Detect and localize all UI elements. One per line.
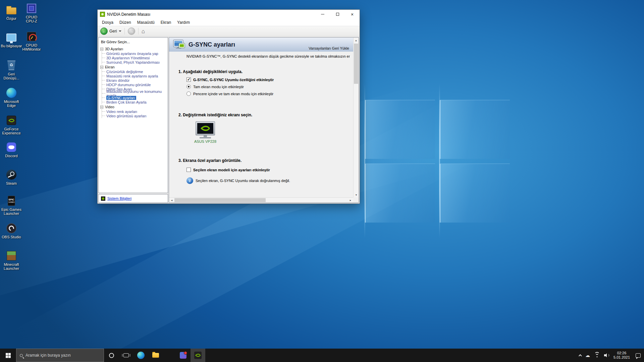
desktop-icon-this-pc[interactable]: Bu bilgisayar xyxy=(1,32,22,48)
tree-item-hdcp-status[interactable]: HDCP durumunu görüntüle xyxy=(102,82,166,87)
tree-group-video[interactable]: Video xyxy=(100,105,166,109)
tree-item-label[interactable]: Video görüntüsü ayarları xyxy=(106,114,147,118)
taskbar-edge-button[interactable] xyxy=(133,349,148,362)
restore-defaults-button[interactable]: Varsayılanları Geri Yükle xyxy=(309,46,349,50)
tree-item-label[interactable]: Birden Çok Ekran Ayarla xyxy=(106,100,147,104)
tree-item-label[interactable]: HDCP durumunu görüntüle xyxy=(106,83,151,87)
tree-item-gsync-settings[interactable]: G-SYNC ayarları xyxy=(102,96,166,100)
toolbar-separator xyxy=(124,28,125,35)
taskbar-clock[interactable]: 02:26 5.01.2021 xyxy=(613,351,630,360)
horizontal-scrollbar[interactable]: ◄ ► xyxy=(169,197,353,202)
taskbar-pinned-app-button[interactable] xyxy=(176,349,191,362)
forward-button[interactable]: → xyxy=(128,27,135,35)
desktop-icon-geforce-experience[interactable]: GeForce Experience xyxy=(1,115,22,135)
tree-group-display[interactable]: Ekran xyxy=(100,65,166,69)
tree-item-label-selected[interactable]: G-SYNC ayarları xyxy=(106,96,136,100)
taskbar-search[interactable] xyxy=(16,349,104,362)
tree-group-label[interactable]: Video xyxy=(105,105,114,109)
vertical-scrollbar[interactable]: ▲ ▼ xyxy=(353,38,359,197)
collapse-icon[interactable] xyxy=(100,48,103,51)
tree-item-label[interactable]: Video renk ayarları xyxy=(106,110,137,114)
desktop-icon-epic-games[interactable]: Epic Games Launcher xyxy=(1,195,22,216)
scroll-up-arrow[interactable]: ▲ xyxy=(354,38,359,43)
hidden-icons-chevron-icon[interactable] xyxy=(579,354,582,357)
desktop-icon-user-folder[interactable]: Özgur xyxy=(1,4,22,20)
display-selector[interactable]: ASUS VP228 xyxy=(193,121,217,143)
desktop-icon-edge[interactable]: Microsoft Edge xyxy=(1,87,22,108)
desktop-icon-minecraft[interactable]: Minecraft Launcher xyxy=(1,250,22,270)
fullscreen-mode-label[interactable]: Tam ekran modu için etkinleştir xyxy=(193,85,244,89)
system-info-link[interactable]: Sistem Bilgileri xyxy=(107,196,131,200)
tree-item-manage-3d-settings[interactable]: 3D Ayarlarının Yönetilmesi xyxy=(102,56,166,60)
tree-item-rotate-display[interactable]: Ekranı döndür xyxy=(102,78,166,82)
tree-item-video-color[interactable]: Video renk ayarları xyxy=(102,109,166,114)
volume-icon[interactable] xyxy=(604,353,609,357)
fullscreen-mode-radio[interactable] xyxy=(186,84,191,89)
cortana-button[interactable] xyxy=(104,349,119,362)
onedrive-cloud-icon[interactable]: ☁ xyxy=(585,353,590,358)
gsync-enable-label[interactable]: G-SYNC, G-SYNC Uyumlu özelliğini etkinle… xyxy=(193,78,274,82)
window-titlebar[interactable]: NVIDIA Denetim Masası × xyxy=(98,10,360,19)
taskbar-file-explorer-button[interactable] xyxy=(148,349,163,362)
model-settings-row[interactable]: Seçilen ekran modeli için ayarları etkin… xyxy=(169,168,353,172)
search-input[interactable] xyxy=(25,353,100,358)
gsync-enable-row[interactable]: G-SYNC, G-SYNC Uyumlu özelliğini etkinle… xyxy=(169,77,353,82)
network-wifi-icon[interactable] xyxy=(594,353,600,357)
tree-group-label[interactable]: Ekran xyxy=(105,65,115,69)
tree-item-desktop-color[interactable]: Masaüstü renk ayarlarını ayarla xyxy=(102,74,166,78)
menu-display[interactable]: Ekran xyxy=(158,19,174,25)
desktop-icon-discord[interactable]: Discord xyxy=(1,141,22,158)
start-button[interactable] xyxy=(0,349,16,362)
tree-group-3d-settings[interactable]: 3D Ayarları xyxy=(100,47,166,51)
page-title: G-SYNC ayarları xyxy=(189,41,235,48)
collapse-icon[interactable] xyxy=(100,106,103,109)
menu-file[interactable]: Dosya xyxy=(99,19,116,25)
tree-item-label[interactable]: Surround, PhysX Yapılandırması xyxy=(106,60,160,64)
menu-help[interactable]: Yardım xyxy=(174,19,193,25)
home-icon[interactable]: ⌂ xyxy=(142,28,145,34)
tree-item-label[interactable]: Çözünürlük değiştirme xyxy=(106,70,143,74)
desktop-icon-recycle-bin[interactable]: Geri Dönüşü... xyxy=(1,60,22,80)
menu-edit[interactable]: Düzen xyxy=(116,19,134,25)
scroll-down-arrow[interactable]: ▼ xyxy=(354,192,359,197)
desktop-icon-cpuz[interactable]: CPUID CPU-Z xyxy=(21,3,42,23)
vertical-scroll-thumb[interactable] xyxy=(354,44,358,84)
tree-item-change-resolution[interactable]: Çözünürlük değiştirme xyxy=(102,69,166,74)
tree-item-surround-physx[interactable]: Surround, PhysX Yapılandırması xyxy=(102,60,166,64)
desktop-icon-hwmonitor[interactable]: CPUID HWMonitor xyxy=(21,31,42,51)
windowed-mode-row[interactable]: Pencere içinde ve tam ekran modu için et… xyxy=(169,92,353,96)
task-view-button[interactable] xyxy=(119,349,133,362)
tree-item-label[interactable]: 3D Ayarlarının Yönetilmesi xyxy=(106,56,150,60)
desktop-icon-steam[interactable]: Steam xyxy=(1,169,22,185)
scroll-left-arrow[interactable]: ◄ xyxy=(169,198,174,202)
horizontal-scroll-thumb[interactable] xyxy=(174,198,266,202)
back-button-label[interactable]: Geri xyxy=(109,29,117,34)
minimize-button[interactable] xyxy=(315,10,330,19)
windowed-mode-label[interactable]: Pencere içinde ve tam ekran modu için et… xyxy=(193,92,273,96)
notification-center-icon[interactable] xyxy=(636,353,641,358)
tree-item-label[interactable]: Masaüstü renk ayarlarını ayarla xyxy=(106,74,158,78)
collapse-icon[interactable] xyxy=(100,66,103,69)
monitor-graphic[interactable] xyxy=(196,121,215,135)
model-settings-label[interactable]: Seçilen ekran modeli için ayarları etkin… xyxy=(193,168,270,172)
tree-item-multiple-displays[interactable]: Birden Çok Ekran Ayarla xyxy=(102,100,166,104)
model-settings-checkbox[interactable] xyxy=(186,168,191,172)
maximize-button[interactable] xyxy=(330,10,345,19)
close-button[interactable]: × xyxy=(345,10,360,19)
windowed-mode-radio[interactable] xyxy=(186,92,191,96)
taskbar-nvidia-button-active[interactable] xyxy=(191,349,205,362)
gsync-enable-checkbox[interactable] xyxy=(186,77,191,82)
tree-item-label[interactable]: Görüntü ayarlarını önayarla yap xyxy=(106,52,158,56)
scroll-right-arrow[interactable]: ► xyxy=(348,198,353,202)
tree-item-label[interactable]: Ekranı döndür xyxy=(106,78,129,82)
back-history-chevron-icon[interactable] xyxy=(119,31,121,32)
edge-icon xyxy=(6,88,16,98)
fullscreen-mode-row[interactable]: Tam ekran modu için etkinleştir xyxy=(169,84,353,89)
menu-desktop[interactable]: Masaüstü xyxy=(134,19,158,25)
back-button[interactable]: ← xyxy=(100,27,108,35)
tree-group-label[interactable]: 3D Ayarları xyxy=(105,47,123,51)
tree-item-adjust-desktop-size[interactable]: Masaüstü boyutunu ve konumunu ayarla xyxy=(102,91,166,96)
desktop-icon-obs-studio[interactable]: OBS Studio xyxy=(1,223,22,239)
tree-item-video-image[interactable]: Video görüntüsü ayarları xyxy=(102,114,166,118)
tree-item-image-settings-preview[interactable]: Görüntü ayarlarını önayarla yap xyxy=(102,51,166,56)
